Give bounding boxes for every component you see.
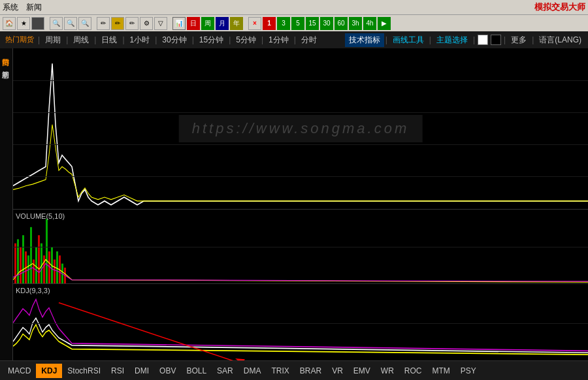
- toolbar-t1[interactable]: 1: [263, 17, 276, 30]
- svg-rect-2: [20, 247, 22, 283]
- left-sidebar: 热门期货 新闻动态: [0, 48, 13, 360]
- toolbar-search2[interactable]: 🔍: [64, 17, 77, 30]
- grid-line-2: [13, 112, 588, 113]
- volume-label: VOLUME(5,10): [16, 212, 65, 220]
- grid-line-3: [13, 144, 588, 145]
- toolbar-chart[interactable]: 📊: [172, 17, 186, 30]
- svg-rect-15: [54, 259, 56, 283]
- toolbar-pen1[interactable]: ✏: [97, 17, 110, 30]
- toolbar-weekly[interactable]: 周: [201, 17, 214, 30]
- toolbar-candle[interactable]: 日: [187, 17, 200, 30]
- ind-psy[interactable]: PSY: [455, 364, 482, 378]
- tool-drawing[interactable]: 画线工具: [389, 33, 428, 47]
- ind-trix[interactable]: TRIX: [266, 364, 294, 378]
- toolbar-yearly[interactable]: 年: [230, 17, 243, 30]
- ind-kdj[interactable]: KDJ: [36, 364, 62, 378]
- svg-rect-12: [46, 219, 48, 283]
- ind-wr[interactable]: WR: [376, 364, 399, 378]
- toolbar-t30[interactable]: 30: [320, 17, 333, 30]
- ind-emv[interactable]: EMV: [348, 364, 376, 378]
- ind-brar[interactable]: BRAR: [295, 364, 327, 378]
- menu-system[interactable]: 系统: [3, 2, 18, 13]
- indicator-bar: MACD KDJ StochRSI RSI DMI OBV BOLL SAR D…: [0, 360, 588, 380]
- ind-dma[interactable]: DMA: [238, 364, 267, 378]
- toolbar-t5[interactable]: 5: [291, 17, 304, 30]
- kdj-grid: [13, 323, 588, 324]
- period-tab-5m[interactable]: 5分钟: [232, 33, 260, 47]
- ind-dmi[interactable]: DMI: [129, 364, 154, 378]
- period-tab-1m[interactable]: 1分钟: [265, 33, 293, 47]
- toolbar-pen2[interactable]: ✏: [111, 17, 124, 30]
- svg-rect-1: [17, 239, 19, 283]
- toolbar-t4h[interactable]: 4h: [363, 17, 376, 30]
- toolbar-search3[interactable]: 🔍: [78, 17, 91, 30]
- toolbar-t15[interactable]: 15: [306, 17, 319, 30]
- toolbar-t3[interactable]: 3: [277, 17, 290, 30]
- ind-sar[interactable]: SAR: [212, 364, 238, 378]
- svg-rect-11: [43, 255, 45, 283]
- ind-stochrsi[interactable]: StochRSI: [62, 364, 106, 378]
- svg-rect-9: [38, 235, 40, 283]
- ind-macd[interactable]: MACD: [3, 364, 36, 378]
- period-tab-zhouxian[interactable]: 周线: [69, 33, 93, 47]
- toolbar-t60[interactable]: 60: [335, 17, 348, 30]
- toolbar: 🏠 ★ 🔍 🔍 🔍 ✏ ✏ ✏ ⚙ ▽ 📊 日 周 月 年 × 1 3 5 15…: [0, 14, 588, 31]
- toolbar-block[interactable]: [31, 17, 44, 30]
- period-tab-1h[interactable]: 1小时: [126, 33, 154, 47]
- period-tab-rixian[interactable]: 日线: [97, 33, 121, 47]
- toolbar-settings[interactable]: ⚙: [140, 17, 153, 30]
- period-tab-zhouqi[interactable]: 周期: [41, 33, 65, 47]
- toolbar-pen3[interactable]: ✏: [125, 17, 139, 30]
- period-tab-fenshi[interactable]: 分时: [297, 33, 321, 47]
- kdj-label: KDJ(9,3,3): [16, 287, 50, 294]
- menu-left: 系统 新闻: [3, 2, 42, 13]
- grid-line-4: [13, 176, 588, 177]
- theme-white[interactable]: [478, 35, 488, 45]
- menu-news[interactable]: 新闻: [26, 2, 42, 13]
- period-bar: 热门期货 | 周期 | 周线 | 日线 | 1小时 | 30分钟 | 15分钟 …: [0, 31, 588, 48]
- svg-rect-6: [30, 227, 32, 283]
- sidebar-hot[interactable]: 热门期货: [0, 50, 11, 55]
- app-title: 模拟交易大师: [534, 1, 585, 13]
- price-chart: https://www.songma.com: [13, 48, 588, 210]
- period-hot-label[interactable]: 热门期货: [3, 35, 37, 44]
- period-more[interactable]: 更多: [507, 33, 531, 47]
- ind-mtm[interactable]: MTM: [427, 364, 455, 378]
- ind-obv[interactable]: OBV: [154, 364, 181, 378]
- svg-rect-8: [35, 247, 37, 283]
- toolbar-home[interactable]: 🏠: [3, 17, 16, 30]
- period-tab-15m[interactable]: 15分钟: [195, 33, 227, 47]
- ind-boll[interactable]: BOLL: [181, 364, 212, 378]
- grid-line-1: [13, 80, 588, 81]
- toolbar-play[interactable]: ▶: [378, 17, 391, 30]
- svg-rect-16: [56, 251, 58, 284]
- toolbar-t3h[interactable]: 3h: [349, 17, 362, 30]
- volume-grid: [13, 247, 588, 247]
- svg-rect-10: [41, 243, 42, 283]
- menu-bar: 系统 新闻 模拟交易大师: [0, 0, 588, 14]
- svg-rect-7: [33, 259, 35, 283]
- svg-rect-3: [22, 235, 24, 283]
- main-content: https://www.songma.com VOLUME(5,10): [13, 48, 588, 360]
- kdj-chart: KDJ(9,3,3): [13, 285, 588, 360]
- toolbar-filter[interactable]: ▽: [154, 17, 167, 30]
- period-tab-30m[interactable]: 30分钟: [158, 33, 190, 47]
- ind-rsi[interactable]: RSI: [106, 364, 129, 378]
- toolbar-close[interactable]: ×: [248, 17, 261, 30]
- toolbar-star[interactable]: ★: [17, 17, 30, 30]
- volume-chart: VOLUME(5,10): [13, 211, 588, 285]
- price-svg: [13, 48, 588, 209]
- ind-roc[interactable]: ROC: [399, 364, 427, 378]
- toolbar-monthly[interactable]: 月: [216, 17, 229, 30]
- ind-vr[interactable]: VR: [327, 364, 348, 378]
- sidebar-news[interactable]: 新闻动态: [0, 63, 11, 68]
- tool-technical[interactable]: 技术指标: [345, 33, 384, 47]
- toolbar-search1[interactable]: 🔍: [50, 17, 63, 30]
- period-lang[interactable]: 语言(LANG): [535, 33, 585, 47]
- theme-black[interactable]: [491, 35, 501, 45]
- tool-theme[interactable]: 主题选择: [433, 33, 472, 47]
